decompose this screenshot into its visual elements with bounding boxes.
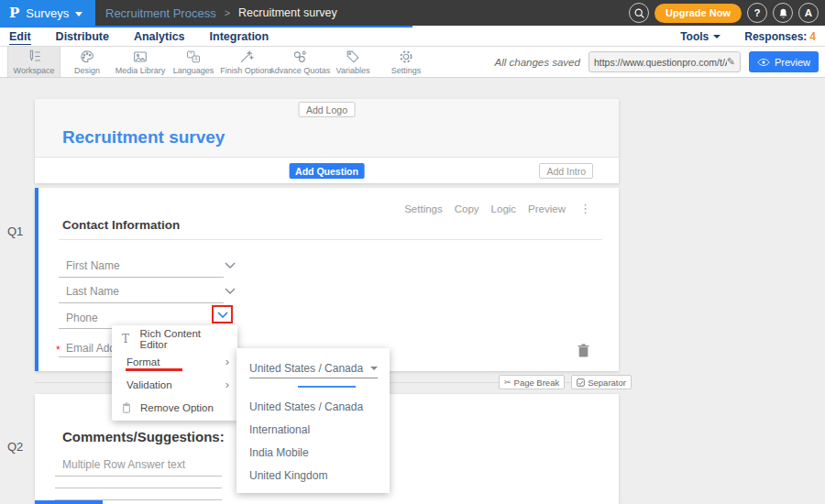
help-button[interactable]: ? (747, 3, 767, 23)
question-preview-link[interactable]: Preview (528, 203, 566, 214)
menu-item-validation[interactable]: Validation › (112, 373, 237, 396)
add-intro-button[interactable]: Add Intro (539, 163, 593, 179)
menu-item-remove-option[interactable]: Remove Option (112, 396, 237, 419)
toolbar-item-finish-options[interactable]: Finish Options (220, 47, 273, 77)
surveys-menu[interactable]: P Surveys (0, 0, 95, 26)
scissors-icon: ✂ (504, 378, 512, 387)
format-selected-value: United States / Canada (249, 362, 363, 375)
question-actions: Settings Copy Logic Preview ⋮ (404, 202, 591, 215)
menu-item-rich-content-editor[interactable]: T Rich Content Editor (112, 327, 237, 350)
answer-placeholder[interactable]: Multiple Row Answer text (62, 458, 185, 471)
questionpro-logo: P (9, 5, 19, 21)
notifications-button[interactable] (773, 3, 793, 23)
eye-icon (757, 58, 770, 67)
active-section-indicator (0, 26, 412, 27)
tab-distribute[interactable]: Distribute (56, 30, 109, 43)
languages-icon: *A (185, 49, 202, 65)
section-tabs-bar: Edit Distribute Analytics Integration To… (0, 26, 825, 47)
chevron-down-icon (75, 12, 82, 16)
chevron-down-icon (370, 367, 378, 370)
trash-icon[interactable] (578, 344, 589, 357)
toolbar-item-settings[interactable]: Settings (380, 47, 433, 77)
field-phone[interactable]: Phone (66, 312, 98, 324)
design-icon (79, 49, 95, 65)
add-logo-button[interactable]: Add Logo (298, 102, 356, 117)
trash-icon (122, 402, 140, 413)
divider (59, 239, 602, 240)
format-select[interactable]: United States / Canada (249, 358, 378, 378)
tools-menu[interactable]: Tools (680, 30, 720, 43)
format-option-india-mobile[interactable]: India Mobile (249, 441, 384, 464)
page-controls: ✂ Page Break Separator (499, 375, 632, 389)
toolbar-item-design[interactable]: Design (60, 47, 114, 77)
media-library-icon (132, 49, 148, 65)
advance-quotas-icon (292, 49, 308, 65)
page-break-button[interactable]: ✂ Page Break (499, 375, 565, 389)
submenu-arrow-icon: › (226, 356, 229, 367)
survey-header-card: Add Logo Recruitment survey Add Question… (35, 99, 619, 183)
separator-button[interactable]: Separator (571, 375, 632, 389)
field-last-name[interactable]: Last Name (66, 285, 119, 298)
workspace-icon (26, 49, 42, 65)
tab-analytics[interactable]: Analytics (134, 30, 185, 43)
breadcrumb-current: Recruitment survey (238, 6, 337, 19)
search-icon (633, 7, 645, 19)
format-option-united-kingdom[interactable]: United Kingdom (249, 464, 384, 487)
surveys-menu-label: Surveys (26, 6, 69, 20)
answer-underline (55, 488, 222, 488)
submenu-arrow-icon: › (226, 378, 229, 390)
search-button[interactable] (629, 3, 649, 23)
edit-url-icon[interactable]: ✎ (727, 56, 735, 68)
more-options-icon[interactable]: ⋮ (579, 202, 591, 215)
annotation-underline (126, 368, 182, 371)
responses-counter[interactable]: Responses:4 (744, 30, 816, 43)
field-underline (59, 277, 224, 278)
separator-icon (577, 378, 585, 387)
field-underline (59, 302, 224, 303)
format-option-international[interactable]: International (249, 418, 384, 441)
chevron-down-icon[interactable] (225, 262, 236, 268)
toolbar-item-languages[interactable]: *A Languages (167, 47, 220, 77)
survey-url-input[interactable] (594, 57, 727, 68)
editor-toolbar: Workspace Design Media Library *A Langua… (0, 47, 825, 78)
chevron-down-icon[interactable] (225, 288, 236, 294)
svg-text:*: * (190, 51, 192, 57)
save-status: All changes saved (495, 57, 580, 68)
topbar-actions: Upgrade Now ? A (629, 3, 819, 23)
avatar[interactable]: A (798, 3, 819, 23)
breadcrumb-parent[interactable]: Recruitment Process (105, 6, 216, 20)
question-1-title[interactable]: Contact Information (62, 218, 180, 232)
bell-icon (777, 7, 789, 19)
field-first-name[interactable]: First Name (66, 259, 120, 272)
survey-url-box: ✎ (588, 51, 741, 72)
tab-integration[interactable]: Integration (210, 30, 270, 43)
survey-title[interactable]: Recruitment survey (62, 127, 225, 148)
next-card-edge (35, 500, 103, 504)
text-format-icon: T (122, 333, 140, 345)
annotation-highlight-box (212, 305, 233, 323)
toolbar-item-variables[interactable]: Variables (326, 47, 380, 77)
phone-format-submenu: United States / Canada United States / C… (236, 348, 390, 493)
top-navbar: P Surveys Recruitment Process > Recruitm… (0, 0, 825, 26)
questionpro-survey-editor: P Surveys Recruitment Process > Recruitm… (0, 0, 825, 504)
add-question-button[interactable]: Add Question (289, 163, 365, 179)
toolbar-item-advance-quotas[interactable]: Advance Quotas (273, 47, 326, 77)
preview-button[interactable]: Preview (749, 51, 819, 72)
finish-options-icon (238, 49, 255, 65)
format-option-us-canada[interactable]: United States / Canada (249, 395, 384, 418)
chevron-down-icon[interactable] (217, 312, 228, 318)
question-settings-link[interactable]: Settings (404, 203, 443, 214)
upgrade-now-button[interactable]: Upgrade Now (654, 4, 742, 23)
answer-underline (55, 476, 222, 477)
toolbar-item-media-library[interactable]: Media Library (114, 47, 167, 77)
tab-edit[interactable]: Edit (9, 30, 31, 43)
toolbar-item-workspace[interactable]: Workspace (7, 47, 60, 77)
question-copy-link[interactable]: Copy (455, 203, 479, 214)
active-indicator (298, 386, 356, 388)
question-logic-link[interactable]: Logic (491, 203, 517, 214)
breadcrumb: Recruitment Process > Recruitment survey (105, 0, 337, 26)
question-1-label: Q1 (7, 225, 23, 238)
question-2-title[interactable]: Comments/Suggestions: (62, 429, 225, 444)
breadcrumb-separator: > (225, 7, 230, 18)
question-2-label: Q2 (7, 440, 23, 454)
